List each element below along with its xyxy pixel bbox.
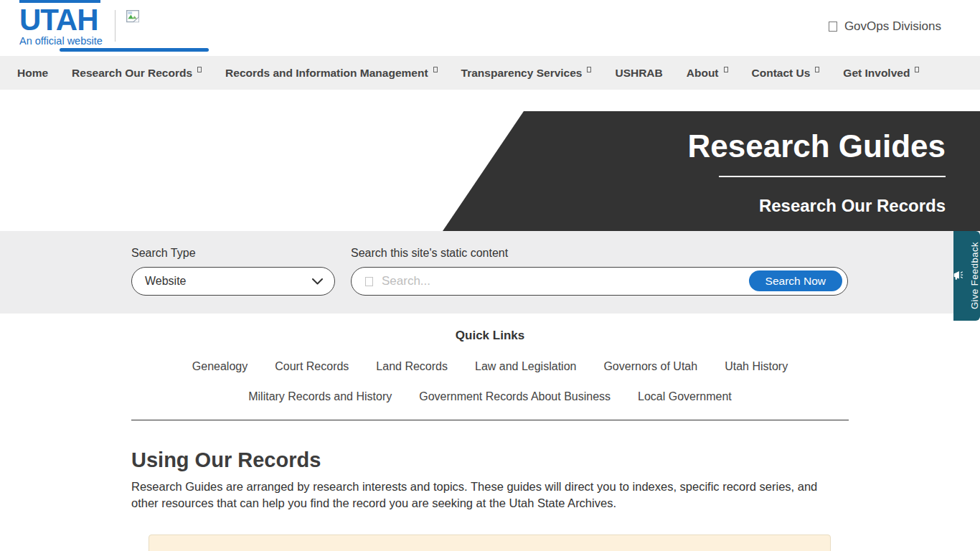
main-content: Using Our Records Research Guides are ar… bbox=[131, 448, 826, 551]
link-military-records-and-history[interactable]: Military Records and History bbox=[248, 390, 392, 403]
banner-breadcrumb: Research Our Records bbox=[501, 196, 946, 216]
nav-item-get-involved[interactable]: Get Involved bbox=[843, 67, 919, 80]
search-now-button[interactable]: Search Now bbox=[749, 270, 842, 291]
active-tab-indicator bbox=[60, 48, 209, 52]
search-field-wrapper: Search Now bbox=[351, 267, 848, 296]
quick-links-row-2: Military Records and History Government … bbox=[0, 390, 980, 403]
nav-item-research-our-records[interactable]: Research Our Records bbox=[72, 67, 202, 80]
utah-logo-subtitle: An official website bbox=[19, 35, 108, 47]
nav-item-transparency-services[interactable]: Transparency Services bbox=[461, 67, 592, 80]
govops-divisions-button[interactable]: GovOps Divisions bbox=[829, 19, 941, 34]
give-feedback-label: Give Feedback bbox=[969, 242, 980, 310]
nav-item-about[interactable]: About bbox=[687, 67, 728, 80]
search-bar-section: Search Type Website Search this site's s… bbox=[0, 231, 980, 314]
nav-item-home[interactable]: Home bbox=[17, 67, 48, 80]
nav-label: USHRAB bbox=[615, 67, 662, 79]
link-law-and-legislation[interactable]: Law and Legislation bbox=[475, 360, 576, 373]
notice-box bbox=[149, 534, 831, 551]
logo-top-bar bbox=[19, 0, 100, 3]
link-land-records[interactable]: Land Records bbox=[376, 360, 448, 373]
search-type-selected-value: Website bbox=[145, 275, 187, 288]
dropdown-indicator-icon bbox=[815, 67, 819, 72]
search-content-label: Search this site's static content bbox=[351, 247, 848, 260]
section-heading: Using Our Records bbox=[131, 448, 826, 472]
dropdown-indicator-icon bbox=[587, 67, 591, 72]
banner-divider-line bbox=[719, 176, 946, 177]
nav-item-ushrab[interactable]: USHRAB bbox=[615, 67, 662, 80]
govops-divisions-label: GovOps Divisions bbox=[844, 19, 941, 34]
search-type-column: Search Type Website bbox=[131, 247, 335, 296]
search-type-label: Search Type bbox=[131, 247, 335, 260]
quick-links-divider bbox=[131, 420, 849, 420]
megaphone-icon bbox=[953, 270, 963, 282]
nav-label: Research Our Records bbox=[72, 67, 192, 79]
dropdown-indicator-icon bbox=[433, 67, 438, 72]
broken-image-icon bbox=[126, 9, 140, 27]
nav-label: About bbox=[687, 67, 719, 79]
main-nav: Home Research Our Records Records and In… bbox=[0, 56, 980, 90]
dropdown-indicator-icon bbox=[197, 67, 202, 72]
search-input-column: Search this site's static content Search… bbox=[351, 247, 848, 296]
banner-content: Research Guides Research Our Records bbox=[501, 111, 946, 216]
search-icon bbox=[365, 277, 373, 286]
link-local-government[interactable]: Local Government bbox=[638, 390, 732, 403]
search-type-select[interactable]: Website bbox=[131, 267, 335, 296]
page-title: Research Guides bbox=[501, 128, 946, 164]
dropdown-indicator-icon bbox=[915, 67, 919, 72]
nav-label: Transparency Services bbox=[461, 67, 583, 79]
nav-item-records-information-management[interactable]: Records and Information Management bbox=[225, 67, 437, 80]
grid-apps-icon bbox=[829, 22, 837, 32]
link-court-records[interactable]: Court Records bbox=[275, 360, 349, 373]
logo-divider bbox=[115, 10, 116, 42]
quick-links-section: Quick Links Genealogy Court Records Land… bbox=[0, 314, 980, 420]
link-governors-of-utah[interactable]: Governors of Utah bbox=[603, 360, 697, 373]
nav-label: Home bbox=[17, 67, 48, 79]
dropdown-indicator-icon bbox=[724, 67, 728, 72]
header-banner-gap bbox=[0, 90, 980, 111]
chevron-down-icon bbox=[312, 278, 323, 285]
nav-item-contact-us[interactable]: Contact Us bbox=[752, 67, 820, 80]
utah-logo-wordmark: UTAH bbox=[19, 6, 108, 34]
link-genealogy[interactable]: Genealogy bbox=[192, 360, 248, 373]
nav-label: Get Involved bbox=[843, 67, 910, 79]
utah-logo[interactable]: UTAH An official website bbox=[19, 6, 108, 47]
give-feedback-tab[interactable]: Give Feedback bbox=[953, 231, 980, 321]
hero-banner: Research Guides Research Our Records bbox=[0, 111, 980, 231]
nav-label: Contact Us bbox=[752, 67, 811, 79]
nav-label: Records and Information Management bbox=[225, 67, 428, 79]
link-government-records-about-business[interactable]: Government Records About Business bbox=[419, 390, 611, 403]
section-description: Research Guides are arranged by research… bbox=[131, 479, 826, 512]
quick-links-title: Quick Links bbox=[0, 329, 980, 343]
link-utah-history[interactable]: Utah History bbox=[725, 360, 788, 373]
quick-links-row-1: Genealogy Court Records Land Records Law… bbox=[0, 360, 980, 373]
